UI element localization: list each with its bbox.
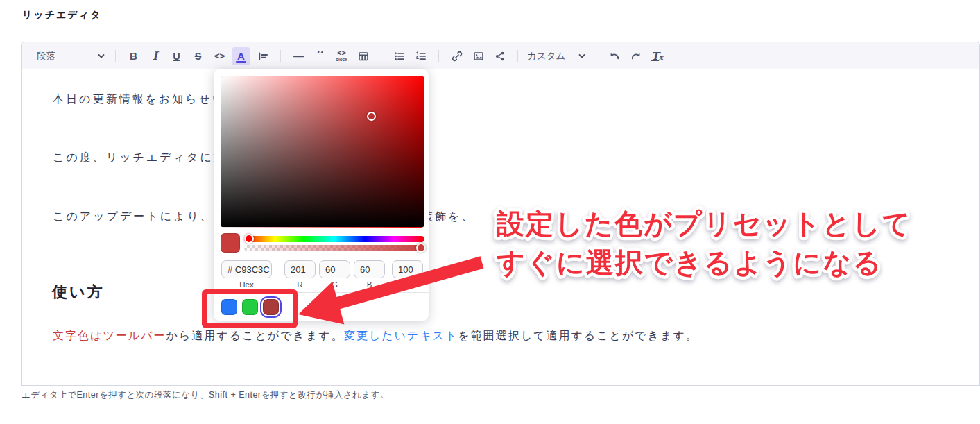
blue-label: B bbox=[354, 280, 385, 289]
font-color-a-icon: A bbox=[237, 51, 245, 61]
hue-slider[interactable] bbox=[244, 236, 424, 242]
horizontal-rule-button[interactable]: — bbox=[290, 47, 307, 65]
redo-icon bbox=[630, 50, 642, 62]
color-picker-popup: Hex R G B Alpha bbox=[214, 69, 429, 321]
editor-toolbar: 段落 B I U S <> A — ” <> block bbox=[21, 42, 980, 70]
hex-input[interactable] bbox=[221, 260, 272, 278]
share-button[interactable] bbox=[491, 47, 508, 65]
blockquote-button[interactable]: ” bbox=[311, 47, 329, 65]
editor-paragraph: このアップデートにより、旧 bbox=[53, 210, 227, 224]
toolbar-separator bbox=[381, 50, 381, 62]
inline-code-button[interactable]: <> bbox=[211, 47, 228, 65]
paragraph-style-dropdown[interactable]: 段落 bbox=[37, 47, 106, 65]
editor-heading: 使い方 bbox=[52, 282, 105, 303]
font-color-button[interactable]: A bbox=[232, 47, 250, 65]
toolbar-separator bbox=[438, 50, 439, 62]
editor-paragraph: 文字色はツールバーから適用することができます。変更したいテキストを範囲選択して適… bbox=[53, 329, 698, 344]
hex-label: Hex bbox=[221, 280, 272, 289]
chevron-down-icon bbox=[96, 51, 106, 61]
toolbar-separator bbox=[115, 50, 116, 62]
italic-button[interactable]: I bbox=[146, 47, 164, 65]
numbered-list-button[interactable] bbox=[412, 47, 429, 65]
alpha-slider[interactable] bbox=[244, 245, 424, 251]
link-icon bbox=[451, 50, 463, 62]
page-title: リッチエディタ bbox=[22, 9, 101, 22]
custom-dropdown-label: カスタム bbox=[527, 50, 565, 62]
editor-helper-note: エディタ上でEnterを押すと次の段落になり、Shift + Enterを押すと… bbox=[22, 389, 389, 401]
editor-paragraph: この度、リッチエディタに文 bbox=[53, 151, 227, 165]
red-label: R bbox=[284, 280, 316, 289]
rich-editor-page: リッチエディタ 段落 B I U S <> A — ” <> block bbox=[0, 0, 980, 424]
image-icon bbox=[472, 50, 485, 62]
share-icon bbox=[494, 50, 506, 62]
bulleted-list-icon bbox=[393, 50, 406, 62]
green-input[interactable] bbox=[319, 260, 350, 278]
bulleted-list-button[interactable] bbox=[390, 47, 408, 65]
alpha-input[interactable] bbox=[392, 260, 423, 278]
plain-text: を範囲選択して適用することができます。 bbox=[458, 330, 698, 341]
underline-button[interactable]: U bbox=[168, 47, 185, 65]
code-block-icon: <> block bbox=[336, 49, 347, 62]
blue-colored-text: 変更したいテキスト bbox=[344, 330, 458, 341]
insert-link-button[interactable] bbox=[448, 47, 465, 65]
plain-text: から適用することができます。 bbox=[166, 330, 344, 341]
chevron-down-icon bbox=[577, 51, 587, 61]
alpha-label: Alpha bbox=[392, 280, 423, 289]
toolbar-separator bbox=[596, 50, 596, 62]
insert-table-button[interactable] bbox=[354, 47, 372, 65]
align-icon bbox=[257, 50, 269, 62]
remove-format-button[interactable]: Tx bbox=[648, 47, 666, 65]
bold-button[interactable]: B bbox=[125, 47, 142, 65]
green-label: G bbox=[319, 280, 350, 289]
hue-slider-handle[interactable] bbox=[244, 234, 254, 244]
current-color-preview bbox=[221, 233, 240, 253]
strikethrough-button[interactable]: S bbox=[189, 47, 207, 65]
annotation-highlight-rect bbox=[202, 289, 298, 328]
toolbar-separator bbox=[517, 50, 518, 62]
font-color-underline-bar bbox=[236, 61, 246, 63]
remove-format-icon: Tx bbox=[651, 50, 663, 62]
code-block-button[interactable]: <> block bbox=[333, 47, 350, 65]
toolbar-separator bbox=[280, 50, 281, 62]
alpha-slider-handle[interactable] bbox=[416, 243, 426, 253]
insert-image-button[interactable] bbox=[470, 47, 487, 65]
paragraph-style-label: 段落 bbox=[37, 50, 55, 62]
editor-content-area[interactable]: 本日の更新情報をお知らせい この度、リッチエディタに文 このアップデートにより、… bbox=[21, 69, 980, 386]
blockquote-icon: ” bbox=[316, 51, 325, 61]
alignment-button[interactable] bbox=[254, 47, 271, 65]
redo-button[interactable] bbox=[627, 47, 644, 65]
blue-input[interactable] bbox=[354, 260, 385, 278]
custom-dropdown[interactable]: カスタム bbox=[527, 47, 587, 65]
editor-paragraph-fragment: 装飾を、 bbox=[422, 210, 474, 224]
code-icon: <> bbox=[214, 51, 225, 61]
horizontal-rule-icon: — bbox=[293, 50, 304, 62]
numbered-list-icon bbox=[415, 50, 427, 62]
red-input[interactable] bbox=[284, 260, 316, 278]
undo-button[interactable] bbox=[605, 47, 623, 65]
saturation-value-area[interactable] bbox=[221, 76, 424, 228]
undo-icon bbox=[608, 50, 621, 62]
editor-paragraph: 本日の更新情報をお知らせい bbox=[53, 92, 225, 107]
red-colored-text: 文字色はツールバー bbox=[53, 330, 166, 341]
table-icon bbox=[357, 50, 370, 62]
saturation-cursor[interactable] bbox=[367, 112, 376, 121]
